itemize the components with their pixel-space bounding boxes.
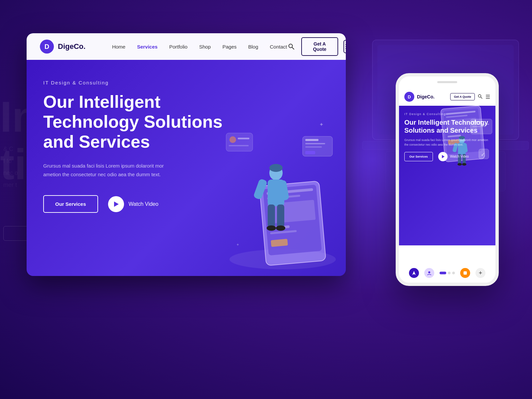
desktop-mockup: D DigeCo. Home Services Portfolio Shop P…	[27, 33, 346, 276]
hamburger-menu-button[interactable]	[343, 40, 346, 53]
phone-bottom-icon-4: +	[475, 268, 485, 278]
svg-rect-29	[226, 133, 253, 151]
svg-rect-62	[464, 271, 467, 275]
play-triangle	[114, 201, 119, 207]
svg-rect-20	[268, 204, 275, 228]
hero-title: Our Intelligent Technology Solutions and…	[43, 92, 223, 152]
mobile-mockup: D DigeCo. Get A Quote ☰	[396, 73, 499, 286]
svg-text:✦: ✦	[236, 242, 239, 247]
phone-our-services-button[interactable]: Our Services	[404, 152, 433, 161]
nav-portfolio[interactable]: Portfolio	[169, 44, 188, 50]
phone-hero-text: IT Design & Consulting Our Intelligent T…	[399, 106, 495, 167]
nav-pages[interactable]: Pages	[222, 44, 237, 50]
nav-services[interactable]: Services	[137, 44, 158, 50]
phone-hero-section: ✓ IT Design & Consulting Our Intelligent…	[399, 106, 495, 245]
carousel-dot-2	[452, 272, 455, 274]
our-services-button[interactable]: Our Services	[43, 195, 98, 213]
nav-home[interactable]: Home	[112, 44, 125, 50]
svg-point-61	[428, 271, 430, 273]
phone-quote-button[interactable]: Get A Quote	[450, 93, 475, 100]
svg-rect-21	[277, 204, 284, 228]
get-quote-button[interactable]: Get A Quote	[301, 37, 338, 56]
phone-notch	[437, 81, 457, 83]
svg-point-16	[269, 164, 283, 172]
menu-line-2	[345, 46, 346, 47]
play-icon	[108, 196, 124, 212]
svg-marker-60	[412, 271, 416, 275]
desktop-nav-actions: Get A Quote	[287, 37, 346, 56]
logo-text: DigeCo.	[58, 42, 85, 51]
svg-point-30	[229, 136, 236, 143]
watch-video-button[interactable]: Watch Video	[108, 196, 159, 212]
nav-contact[interactable]: Contact	[270, 44, 287, 50]
svg-point-22	[267, 225, 276, 231]
svg-rect-31	[238, 138, 249, 139]
svg-rect-25	[305, 139, 319, 141]
phone-play-icon	[438, 152, 448, 161]
phone-watch-label: Watch Video	[450, 155, 469, 158]
carousel-dot-1	[448, 272, 451, 274]
phone-bottom-icon-1	[409, 268, 419, 278]
phone-navbar: D DigeCo. Get A Quote ☰	[399, 88, 495, 106]
phone-logo-icon: D	[404, 92, 414, 102]
desktop-navbar: D DigeCo. Home Services Portfolio Shop P…	[27, 33, 346, 60]
phone-logo-text: DigeCo.	[417, 94, 448, 99]
menu-line-3	[345, 48, 346, 49]
phone-bottom-icon-2	[424, 268, 434, 278]
svg-line-36	[481, 97, 482, 98]
logo-icon: D	[40, 40, 54, 54]
phone-play-triangle	[442, 155, 445, 158]
carousel-dot-active	[440, 272, 446, 274]
bg-side-text: & C f fo nec o mer t	[0, 143, 21, 191]
phone-hero-subtitle: IT Design & Consulting	[404, 112, 490, 116]
watch-video-label: Watch Video	[129, 201, 159, 207]
phone-bottom-icon-3	[460, 268, 470, 278]
svg-line-5	[292, 48, 294, 50]
phone-status-bar	[399, 76, 495, 88]
svg-rect-28	[305, 151, 315, 154]
menu-line-1	[345, 44, 346, 45]
phone-bottom-icons: +	[403, 268, 491, 278]
phone-search-icon[interactable]	[477, 94, 483, 100]
phone-watch-video-button[interactable]: Watch Video	[438, 152, 469, 161]
svg-point-23	[276, 225, 285, 231]
search-icon[interactable]	[287, 41, 296, 53]
svg-rect-32	[229, 145, 249, 146]
phone-hamburger-icon[interactable]: ☰	[485, 94, 490, 100]
phone-hero-title: Our Intelligent Technology Solutions and…	[404, 118, 490, 134]
desktop-hero-section: IT Design & Consulting Our Intelligent T…	[27, 60, 346, 276]
desktop-nav-links: Home Services Portfolio Shop Pages Blog …	[112, 44, 287, 50]
svg-rect-26	[305, 143, 325, 144]
hero-description: Grursus mal suada faci lisis Lorem ipsum…	[43, 162, 183, 179]
desktop-logo: D DigeCo.	[40, 40, 85, 54]
nav-shop[interactable]: Shop	[199, 44, 211, 50]
svg-rect-27	[305, 146, 322, 148]
phone-bottom-section: +	[399, 245, 495, 286]
hero-subtitle: IT Design & Consulting	[43, 80, 329, 85]
phone-hero-description: Grursus mal suada faci lisis Lorem ipsum…	[404, 138, 490, 147]
nav-blog[interactable]: Blog	[248, 44, 258, 50]
svg-text:✦: ✦	[319, 122, 324, 127]
phone-hero-buttons: Our Services Watch Video	[404, 152, 490, 161]
